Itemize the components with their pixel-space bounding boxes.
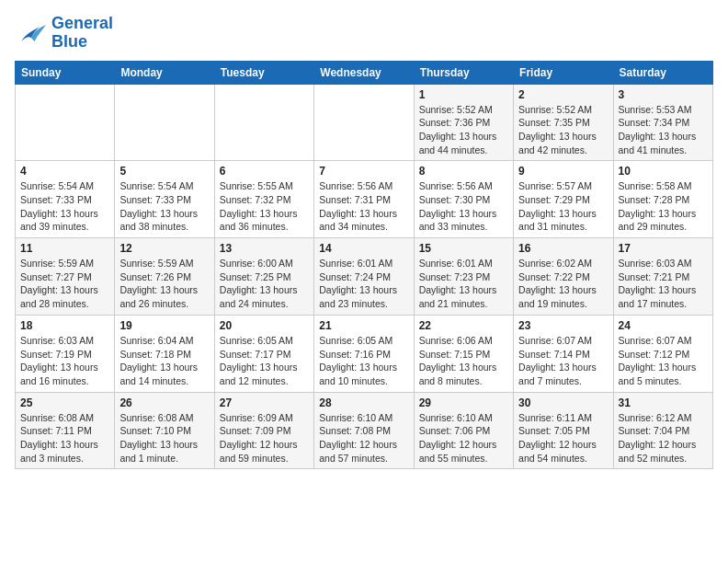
day-number: 26	[119, 396, 209, 409]
calendar-cell: 18Sunrise: 6:03 AM Sunset: 7:19 PM Dayli…	[16, 315, 115, 392]
calendar-week-2: 4Sunrise: 5:54 AM Sunset: 7:33 PM Daylig…	[16, 161, 713, 238]
day-number: 12	[119, 242, 209, 255]
header-day-wednesday: Wednesday	[314, 61, 414, 84]
day-number: 27	[220, 396, 309, 409]
calendar-cell: 19Sunrise: 6:04 AM Sunset: 7:18 PM Dayli…	[115, 315, 214, 392]
day-info: Sunrise: 6:05 AM Sunset: 7:16 PM Dayligh…	[319, 334, 408, 388]
day-number: 8	[419, 165, 508, 178]
day-info: Sunrise: 6:10 AM Sunset: 7:08 PM Dayligh…	[319, 411, 408, 465]
calendar-cell: 30Sunrise: 6:11 AM Sunset: 7:05 PM Dayli…	[514, 392, 613, 469]
day-number: 19	[119, 319, 209, 332]
day-number: 20	[220, 319, 309, 332]
logo-icon	[15, 18, 48, 48]
calendar-cell: 17Sunrise: 6:03 AM Sunset: 7:21 PM Dayli…	[613, 238, 712, 316]
day-number: 22	[419, 319, 508, 332]
calendar-body: 1Sunrise: 5:52 AM Sunset: 7:36 PM Daylig…	[16, 84, 713, 469]
calendar-cell: 21Sunrise: 6:05 AM Sunset: 7:16 PM Dayli…	[314, 315, 414, 392]
header-day-tuesday: Tuesday	[214, 61, 313, 84]
logo-text-line1: General	[51, 15, 113, 33]
day-info: Sunrise: 5:52 AM Sunset: 7:36 PM Dayligh…	[419, 103, 508, 157]
calendar-cell: 15Sunrise: 6:01 AM Sunset: 7:23 PM Dayli…	[414, 238, 513, 316]
calendar-cell: 23Sunrise: 6:07 AM Sunset: 7:14 PM Dayli…	[514, 315, 613, 392]
calendar-week-4: 18Sunrise: 6:03 AM Sunset: 7:19 PM Dayli…	[16, 315, 713, 392]
calendar-cell: 14Sunrise: 6:01 AM Sunset: 7:24 PM Dayli…	[314, 238, 414, 316]
day-number: 6	[220, 165, 309, 178]
calendar-cell: 25Sunrise: 6:08 AM Sunset: 7:11 PM Dayli…	[16, 392, 115, 469]
calendar-cell: 10Sunrise: 5:58 AM Sunset: 7:28 PM Dayli…	[613, 161, 712, 238]
day-number: 28	[319, 396, 408, 409]
day-number: 5	[119, 165, 209, 178]
calendar-cell: 3Sunrise: 5:53 AM Sunset: 7:34 PM Daylig…	[613, 84, 712, 161]
calendar-week-5: 25Sunrise: 6:08 AM Sunset: 7:11 PM Dayli…	[16, 392, 713, 469]
day-info: Sunrise: 6:07 AM Sunset: 7:12 PM Dayligh…	[619, 334, 708, 388]
day-number: 1	[419, 88, 508, 101]
day-number: 23	[518, 319, 608, 332]
logo: General Blue	[15, 15, 113, 52]
day-number: 15	[419, 242, 508, 255]
calendar-cell: 6Sunrise: 5:55 AM Sunset: 7:32 PM Daylig…	[214, 161, 313, 238]
day-info: Sunrise: 5:59 AM Sunset: 7:27 PM Dayligh…	[20, 257, 109, 311]
day-info: Sunrise: 6:04 AM Sunset: 7:18 PM Dayligh…	[119, 334, 209, 388]
day-number: 30	[518, 396, 608, 409]
day-info: Sunrise: 5:54 AM Sunset: 7:33 PM Dayligh…	[119, 179, 209, 234]
header-day-thursday: Thursday	[414, 61, 513, 84]
calendar-cell: 20Sunrise: 6:05 AM Sunset: 7:17 PM Dayli…	[214, 315, 313, 392]
calendar-cell: 31Sunrise: 6:12 AM Sunset: 7:04 PM Dayli…	[613, 392, 712, 469]
day-number: 24	[619, 319, 708, 332]
calendar-cell: 2Sunrise: 5:52 AM Sunset: 7:35 PM Daylig…	[514, 84, 613, 161]
day-info: Sunrise: 6:05 AM Sunset: 7:17 PM Dayligh…	[220, 334, 309, 388]
day-info: Sunrise: 6:01 AM Sunset: 7:24 PM Dayligh…	[319, 257, 408, 311]
calendar-cell	[16, 84, 115, 161]
day-info: Sunrise: 6:10 AM Sunset: 7:06 PM Dayligh…	[419, 411, 508, 465]
day-info: Sunrise: 5:52 AM Sunset: 7:35 PM Dayligh…	[518, 103, 608, 157]
calendar-cell: 16Sunrise: 6:02 AM Sunset: 7:22 PM Dayli…	[514, 238, 613, 316]
day-info: Sunrise: 6:06 AM Sunset: 7:15 PM Dayligh…	[419, 334, 508, 388]
calendar-cell: 24Sunrise: 6:07 AM Sunset: 7:12 PM Dayli…	[613, 315, 712, 392]
day-info: Sunrise: 5:56 AM Sunset: 7:31 PM Dayligh…	[319, 179, 408, 234]
day-number: 3	[619, 88, 708, 101]
day-number: 9	[518, 165, 608, 178]
calendar-cell: 27Sunrise: 6:09 AM Sunset: 7:09 PM Dayli…	[214, 392, 313, 469]
calendar-week-1: 1Sunrise: 5:52 AM Sunset: 7:36 PM Daylig…	[16, 84, 713, 161]
day-number: 31	[619, 396, 708, 409]
calendar-cell: 22Sunrise: 6:06 AM Sunset: 7:15 PM Dayli…	[414, 315, 513, 392]
calendar-cell: 11Sunrise: 5:59 AM Sunset: 7:27 PM Dayli…	[16, 238, 115, 316]
calendar-cell: 5Sunrise: 5:54 AM Sunset: 7:33 PM Daylig…	[115, 161, 214, 238]
day-number: 25	[20, 396, 109, 409]
calendar-cell: 28Sunrise: 6:10 AM Sunset: 7:08 PM Dayli…	[314, 392, 414, 469]
day-info: Sunrise: 6:08 AM Sunset: 7:10 PM Dayligh…	[119, 411, 209, 465]
day-number: 17	[619, 242, 708, 255]
calendar-cell: 8Sunrise: 5:56 AM Sunset: 7:30 PM Daylig…	[414, 161, 513, 238]
day-info: Sunrise: 6:07 AM Sunset: 7:14 PM Dayligh…	[518, 334, 608, 388]
day-number: 2	[518, 88, 608, 101]
day-info: Sunrise: 5:55 AM Sunset: 7:32 PM Dayligh…	[220, 179, 309, 234]
day-info: Sunrise: 5:57 AM Sunset: 7:29 PM Dayligh…	[518, 179, 608, 234]
day-info: Sunrise: 5:53 AM Sunset: 7:34 PM Dayligh…	[619, 103, 708, 157]
calendar-week-3: 11Sunrise: 5:59 AM Sunset: 7:27 PM Dayli…	[16, 238, 713, 316]
day-info: Sunrise: 6:00 AM Sunset: 7:25 PM Dayligh…	[220, 257, 309, 311]
day-info: Sunrise: 6:01 AM Sunset: 7:23 PM Dayligh…	[419, 257, 508, 311]
day-number: 16	[518, 242, 608, 255]
day-info: Sunrise: 6:09 AM Sunset: 7:09 PM Dayligh…	[220, 411, 309, 465]
header-day-friday: Friday	[514, 61, 613, 84]
day-info: Sunrise: 6:11 AM Sunset: 7:05 PM Dayligh…	[518, 411, 608, 465]
day-info: Sunrise: 6:08 AM Sunset: 7:11 PM Dayligh…	[20, 411, 109, 465]
header-day-sunday: Sunday	[16, 61, 115, 84]
day-number: 10	[619, 165, 708, 178]
header-day-saturday: Saturday	[613, 61, 712, 84]
day-number: 18	[20, 319, 109, 332]
day-number: 21	[319, 319, 408, 332]
day-info: Sunrise: 5:56 AM Sunset: 7:30 PM Dayligh…	[419, 179, 508, 234]
day-info: Sunrise: 5:58 AM Sunset: 7:28 PM Dayligh…	[619, 179, 708, 234]
day-info: Sunrise: 5:59 AM Sunset: 7:26 PM Dayligh…	[119, 257, 209, 311]
calendar-table: SundayMondayTuesdayWednesdayThursdayFrid…	[15, 61, 713, 470]
calendar-cell	[115, 84, 214, 161]
day-number: 14	[319, 242, 408, 255]
day-info: Sunrise: 6:12 AM Sunset: 7:04 PM Dayligh…	[619, 411, 708, 465]
calendar-cell: 26Sunrise: 6:08 AM Sunset: 7:10 PM Dayli…	[115, 392, 214, 469]
day-info: Sunrise: 6:02 AM Sunset: 7:22 PM Dayligh…	[518, 257, 608, 311]
calendar-cell	[314, 84, 414, 161]
page-header: General Blue	[15, 15, 713, 52]
calendar-cell: 12Sunrise: 5:59 AM Sunset: 7:26 PM Dayli…	[115, 238, 214, 316]
header-day-monday: Monday	[115, 61, 214, 84]
